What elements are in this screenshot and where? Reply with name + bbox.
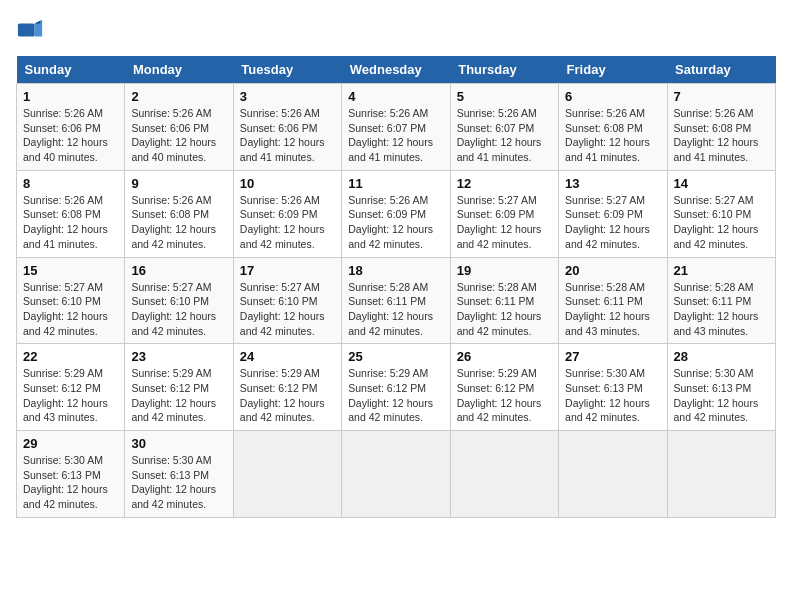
calendar-cell bbox=[342, 431, 450, 518]
day-number: 23 bbox=[131, 349, 226, 364]
day-info: Sunrise: 5:27 AMSunset: 6:10 PMDaylight:… bbox=[131, 281, 216, 337]
calendar-cell: 23 Sunrise: 5:29 AMSunset: 6:12 PMDaylig… bbox=[125, 344, 233, 431]
day-info: Sunrise: 5:27 AMSunset: 6:09 PMDaylight:… bbox=[565, 194, 650, 250]
calendar-cell: 25 Sunrise: 5:29 AMSunset: 6:12 PMDaylig… bbox=[342, 344, 450, 431]
day-number: 15 bbox=[23, 263, 118, 278]
day-info: Sunrise: 5:29 AMSunset: 6:12 PMDaylight:… bbox=[240, 367, 325, 423]
calendar-cell: 18 Sunrise: 5:28 AMSunset: 6:11 PMDaylig… bbox=[342, 257, 450, 344]
calendar-cell: 22 Sunrise: 5:29 AMSunset: 6:12 PMDaylig… bbox=[17, 344, 125, 431]
calendar-cell: 24 Sunrise: 5:29 AMSunset: 6:12 PMDaylig… bbox=[233, 344, 341, 431]
calendar-header: Sunday Monday Tuesday Wednesday Thursday… bbox=[17, 56, 776, 84]
calendar-cell: 12 Sunrise: 5:27 AMSunset: 6:09 PMDaylig… bbox=[450, 170, 558, 257]
day-number: 27 bbox=[565, 349, 660, 364]
day-info: Sunrise: 5:29 AMSunset: 6:12 PMDaylight:… bbox=[348, 367, 433, 423]
day-number: 4 bbox=[348, 89, 443, 104]
day-info: Sunrise: 5:28 AMSunset: 6:11 PMDaylight:… bbox=[674, 281, 759, 337]
day-number: 25 bbox=[348, 349, 443, 364]
day-info: Sunrise: 5:26 AMSunset: 6:08 PMDaylight:… bbox=[131, 194, 216, 250]
header-row: Sunday Monday Tuesday Wednesday Thursday… bbox=[17, 56, 776, 84]
day-info: Sunrise: 5:27 AMSunset: 6:10 PMDaylight:… bbox=[674, 194, 759, 250]
day-info: Sunrise: 5:29 AMSunset: 6:12 PMDaylight:… bbox=[131, 367, 216, 423]
day-info: Sunrise: 5:30 AMSunset: 6:13 PMDaylight:… bbox=[565, 367, 650, 423]
day-number: 19 bbox=[457, 263, 552, 278]
day-info: Sunrise: 5:26 AMSunset: 6:06 PMDaylight:… bbox=[240, 107, 325, 163]
day-number: 22 bbox=[23, 349, 118, 364]
calendar-cell: 6 Sunrise: 5:26 AMSunset: 6:08 PMDayligh… bbox=[559, 84, 667, 171]
logo bbox=[16, 16, 48, 44]
header-monday: Monday bbox=[125, 56, 233, 84]
calendar-cell: 27 Sunrise: 5:30 AMSunset: 6:13 PMDaylig… bbox=[559, 344, 667, 431]
svg-rect-0 bbox=[18, 23, 35, 36]
day-info: Sunrise: 5:26 AMSunset: 6:06 PMDaylight:… bbox=[23, 107, 108, 163]
day-number: 17 bbox=[240, 263, 335, 278]
day-number: 30 bbox=[131, 436, 226, 451]
calendar-row: 1 Sunrise: 5:26 AMSunset: 6:06 PMDayligh… bbox=[17, 84, 776, 171]
calendar-cell: 8 Sunrise: 5:26 AMSunset: 6:08 PMDayligh… bbox=[17, 170, 125, 257]
calendar-cell: 29 Sunrise: 5:30 AMSunset: 6:13 PMDaylig… bbox=[17, 431, 125, 518]
calendar-cell: 9 Sunrise: 5:26 AMSunset: 6:08 PMDayligh… bbox=[125, 170, 233, 257]
day-number: 6 bbox=[565, 89, 660, 104]
calendar-cell bbox=[667, 431, 775, 518]
day-info: Sunrise: 5:26 AMSunset: 6:09 PMDaylight:… bbox=[240, 194, 325, 250]
calendar-cell: 19 Sunrise: 5:28 AMSunset: 6:11 PMDaylig… bbox=[450, 257, 558, 344]
calendar-cell: 3 Sunrise: 5:26 AMSunset: 6:06 PMDayligh… bbox=[233, 84, 341, 171]
day-number: 7 bbox=[674, 89, 769, 104]
day-info: Sunrise: 5:30 AMSunset: 6:13 PMDaylight:… bbox=[23, 454, 108, 510]
calendar-cell: 21 Sunrise: 5:28 AMSunset: 6:11 PMDaylig… bbox=[667, 257, 775, 344]
calendar-table: Sunday Monday Tuesday Wednesday Thursday… bbox=[16, 56, 776, 518]
day-number: 13 bbox=[565, 176, 660, 191]
calendar-cell: 28 Sunrise: 5:30 AMSunset: 6:13 PMDaylig… bbox=[667, 344, 775, 431]
day-number: 2 bbox=[131, 89, 226, 104]
day-info: Sunrise: 5:29 AMSunset: 6:12 PMDaylight:… bbox=[457, 367, 542, 423]
svg-marker-2 bbox=[35, 21, 41, 24]
calendar-cell: 10 Sunrise: 5:26 AMSunset: 6:09 PMDaylig… bbox=[233, 170, 341, 257]
calendar-cell: 15 Sunrise: 5:27 AMSunset: 6:10 PMDaylig… bbox=[17, 257, 125, 344]
calendar-row: 22 Sunrise: 5:29 AMSunset: 6:12 PMDaylig… bbox=[17, 344, 776, 431]
header-tuesday: Tuesday bbox=[233, 56, 341, 84]
calendar-row: 29 Sunrise: 5:30 AMSunset: 6:13 PMDaylig… bbox=[17, 431, 776, 518]
calendar-cell: 16 Sunrise: 5:27 AMSunset: 6:10 PMDaylig… bbox=[125, 257, 233, 344]
day-info: Sunrise: 5:30 AMSunset: 6:13 PMDaylight:… bbox=[674, 367, 759, 423]
calendar-cell bbox=[450, 431, 558, 518]
calendar-cell: 14 Sunrise: 5:27 AMSunset: 6:10 PMDaylig… bbox=[667, 170, 775, 257]
calendar-cell: 13 Sunrise: 5:27 AMSunset: 6:09 PMDaylig… bbox=[559, 170, 667, 257]
day-number: 9 bbox=[131, 176, 226, 191]
calendar-cell bbox=[559, 431, 667, 518]
calendar-cell: 26 Sunrise: 5:29 AMSunset: 6:12 PMDaylig… bbox=[450, 344, 558, 431]
day-number: 10 bbox=[240, 176, 335, 191]
header-saturday: Saturday bbox=[667, 56, 775, 84]
day-info: Sunrise: 5:28 AMSunset: 6:11 PMDaylight:… bbox=[348, 281, 433, 337]
day-number: 28 bbox=[674, 349, 769, 364]
day-number: 18 bbox=[348, 263, 443, 278]
day-info: Sunrise: 5:30 AMSunset: 6:13 PMDaylight:… bbox=[131, 454, 216, 510]
day-number: 12 bbox=[457, 176, 552, 191]
calendar-cell: 30 Sunrise: 5:30 AMSunset: 6:13 PMDaylig… bbox=[125, 431, 233, 518]
day-number: 14 bbox=[674, 176, 769, 191]
calendar-cell: 1 Sunrise: 5:26 AMSunset: 6:06 PMDayligh… bbox=[17, 84, 125, 171]
calendar-cell: 17 Sunrise: 5:27 AMSunset: 6:10 PMDaylig… bbox=[233, 257, 341, 344]
day-info: Sunrise: 5:26 AMSunset: 6:08 PMDaylight:… bbox=[565, 107, 650, 163]
day-info: Sunrise: 5:26 AMSunset: 6:08 PMDaylight:… bbox=[23, 194, 108, 250]
logo-icon bbox=[16, 16, 44, 44]
calendar-cell: 11 Sunrise: 5:26 AMSunset: 6:09 PMDaylig… bbox=[342, 170, 450, 257]
day-number: 26 bbox=[457, 349, 552, 364]
day-info: Sunrise: 5:26 AMSunset: 6:09 PMDaylight:… bbox=[348, 194, 433, 250]
page-header bbox=[16, 16, 776, 44]
day-info: Sunrise: 5:27 AMSunset: 6:09 PMDaylight:… bbox=[457, 194, 542, 250]
calendar-cell bbox=[233, 431, 341, 518]
day-number: 3 bbox=[240, 89, 335, 104]
day-number: 20 bbox=[565, 263, 660, 278]
calendar-cell: 20 Sunrise: 5:28 AMSunset: 6:11 PMDaylig… bbox=[559, 257, 667, 344]
day-info: Sunrise: 5:26 AMSunset: 6:07 PMDaylight:… bbox=[348, 107, 433, 163]
day-info: Sunrise: 5:27 AMSunset: 6:10 PMDaylight:… bbox=[240, 281, 325, 337]
day-number: 5 bbox=[457, 89, 552, 104]
day-info: Sunrise: 5:26 AMSunset: 6:07 PMDaylight:… bbox=[457, 107, 542, 163]
day-info: Sunrise: 5:29 AMSunset: 6:12 PMDaylight:… bbox=[23, 367, 108, 423]
calendar-row: 15 Sunrise: 5:27 AMSunset: 6:10 PMDaylig… bbox=[17, 257, 776, 344]
calendar-cell: 2 Sunrise: 5:26 AMSunset: 6:06 PMDayligh… bbox=[125, 84, 233, 171]
day-info: Sunrise: 5:27 AMSunset: 6:10 PMDaylight:… bbox=[23, 281, 108, 337]
day-info: Sunrise: 5:26 AMSunset: 6:08 PMDaylight:… bbox=[674, 107, 759, 163]
calendar-body: 1 Sunrise: 5:26 AMSunset: 6:06 PMDayligh… bbox=[17, 84, 776, 518]
day-info: Sunrise: 5:28 AMSunset: 6:11 PMDaylight:… bbox=[565, 281, 650, 337]
calendar-cell: 7 Sunrise: 5:26 AMSunset: 6:08 PMDayligh… bbox=[667, 84, 775, 171]
